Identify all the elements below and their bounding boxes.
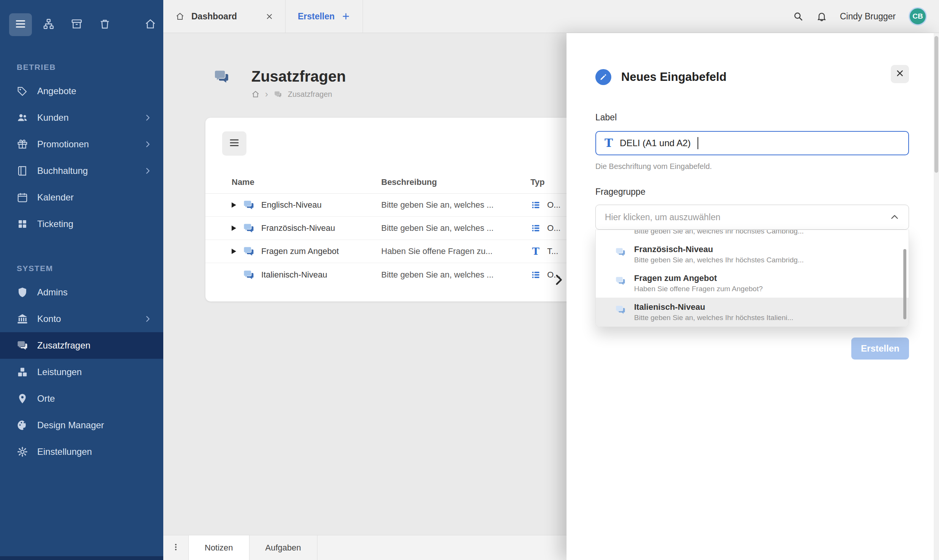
bottom-tab-aufgaben[interactable]: Aufgaben: [249, 535, 317, 560]
chat-icon: [273, 90, 282, 98]
sidebar-item-ticketing[interactable]: Ticketing: [0, 211, 163, 237]
avatar[interactable]: CB: [909, 7, 927, 25]
sitemap-button[interactable]: [37, 13, 60, 36]
expand-arrow-icon[interactable]: [232, 202, 236, 208]
table-menu-button[interactable]: [222, 131, 246, 156]
sidebar-item-label: Admins: [37, 287, 163, 298]
sidebar-item-label: Zusatzfragen: [37, 340, 163, 351]
sidebar-item-promotionen[interactable]: Promotionen: [0, 131, 163, 158]
home-icon: [175, 12, 185, 21]
list-icon: [530, 223, 541, 233]
scrollbar-thumb[interactable]: [934, 36, 938, 173]
bottom-tab-label: Notizen: [205, 543, 233, 553]
sidebar-item-orte[interactable]: Orte: [0, 385, 163, 412]
create-field-panel: Neues Eingabefeld Label T DELI (A1 und A…: [567, 33, 939, 560]
pin-icon: [17, 393, 28, 404]
chat-pencil-icon: [595, 69, 611, 85]
dropdown-scrollbar[interactable]: [903, 249, 906, 319]
sidebar-item-zusatzfragen[interactable]: Zusatzfragen: [0, 332, 163, 359]
sidebar-item-label: Angebote: [37, 86, 163, 96]
label-input-value: DELI (A1 und A2): [620, 138, 691, 148]
tab-dashboard[interactable]: Dashboard: [163, 0, 286, 33]
sidebar-item-label: Leistungen: [37, 367, 163, 377]
chat-icon: [17, 340, 28, 351]
dropdown-item[interactable]: Fragen zum Angebot Haben Sie offene Frag…: [596, 269, 909, 298]
row-name: Englisch-Niveau: [261, 200, 322, 210]
dropdown-item[interactable]: Italienisch-Niveau Bitte geben Sie an, w…: [596, 298, 909, 327]
user-name[interactable]: Cindy Brugger: [840, 11, 896, 22]
close-tab-icon[interactable]: [266, 13, 273, 20]
sidebar-item-kunden[interactable]: Kunden: [0, 104, 163, 131]
dropdown-item-subtitle: Bitte geben Sie an, welches Ihr höchstes…: [634, 230, 900, 238]
tag-icon: [17, 85, 28, 97]
plus-icon: [341, 12, 350, 21]
chat-icon: [614, 304, 627, 315]
topbar: Dashboard Erstellen Cindy Brugger CB: [163, 0, 939, 33]
sidebar-item-label: Ticketing: [37, 219, 163, 229]
row-type: O...: [547, 223, 560, 233]
row-description: Haben Sie offene Fragen zu...: [381, 246, 530, 256]
sidebar-item-admins[interactable]: Admins: [0, 279, 163, 306]
archive-button[interactable]: [65, 13, 88, 36]
sidebar-item-konto[interactable]: Konto: [0, 306, 163, 332]
hamburger-icon: [14, 18, 27, 32]
chat-icon: [242, 222, 255, 234]
expand-arrow-icon[interactable]: [232, 249, 236, 254]
search-icon[interactable]: [793, 11, 803, 22]
bottom-tab-notizen[interactable]: Notizen: [188, 535, 249, 560]
page-scrollbar[interactable]: [934, 33, 939, 560]
sidebar-item-label: Promotionen: [37, 139, 134, 150]
trash-button[interactable]: [93, 13, 116, 36]
trash-icon: [99, 18, 111, 32]
chat-icon: [242, 269, 255, 281]
dropdown-item[interactable]: Französisch-Niveau Bitte geben Sie an, w…: [596, 240, 909, 269]
chevron-right-icon: [144, 114, 152, 122]
sitemap-icon: [43, 18, 55, 32]
breadcrumb-current: Zusatzfragen: [288, 90, 332, 99]
sidebar-item-label: Konto: [37, 314, 134, 324]
erstellen-button[interactable]: Erstellen: [851, 338, 909, 360]
palette-icon: [17, 420, 28, 431]
chevron-right-icon: [144, 315, 152, 323]
tab-erstellen[interactable]: Erstellen: [286, 0, 363, 33]
sidebar-item-kalender[interactable]: Kalender: [0, 184, 163, 211]
topbar-right: Cindy Brugger CB: [793, 0, 939, 33]
close-panel-button[interactable]: [891, 65, 909, 83]
sidebar-item-label: Kunden: [37, 112, 134, 123]
home-button[interactable]: [139, 13, 162, 36]
sidebar-section-system: SYSTEM: [0, 264, 163, 273]
breadcrumb-separator: ›: [265, 90, 268, 99]
group-field-label: Fragegruppe: [595, 187, 909, 197]
sidebar-item-label: Kalender: [37, 192, 163, 203]
app-root: BETRIEB Angebote Kunden Promotionen Buch…: [0, 0, 939, 560]
sidebar-item-einstellungen[interactable]: Einstellungen: [0, 439, 163, 465]
bell-icon[interactable]: [816, 11, 827, 22]
select-placeholder: Hier klicken, um auszuwählen: [605, 212, 720, 222]
gift-icon: [17, 139, 28, 150]
text-type-icon: T: [604, 137, 613, 149]
hamburger-icon: [229, 137, 240, 150]
expand-arrow-icon[interactable]: [232, 226, 236, 231]
chevron-up-icon[interactable]: [890, 212, 900, 222]
dropdown-item-partial[interactable]: Bitte geben Sie an, welches Ihr höchstes…: [596, 230, 909, 240]
more-options-button[interactable]: [163, 535, 188, 560]
chevron-right-icon: [144, 140, 152, 148]
menu-button[interactable]: [9, 13, 32, 36]
sidebar-item-buchhaltung[interactable]: Buchhaltung: [0, 158, 163, 184]
chat-icon: [242, 199, 255, 211]
tab-label: Erstellen: [298, 11, 335, 22]
close-icon: [896, 69, 904, 79]
dropdown-item-subtitle: Haben Sie offene Fragen zum Angebot?: [634, 285, 763, 293]
column-header-name[interactable]: Name: [232, 177, 381, 187]
panel-collapse-button[interactable]: [550, 270, 568, 290]
row-name: Fragen zum Angebot: [261, 246, 339, 256]
home-icon[interactable]: [251, 90, 260, 98]
sidebar-item-leistungen[interactable]: Leistungen: [0, 359, 163, 385]
column-header-beschreibung[interactable]: Beschreibung: [381, 177, 530, 187]
gear-icon: [17, 446, 28, 457]
sidebar-item-angebote[interactable]: Angebote: [0, 78, 163, 104]
sidebar-item-design-manager[interactable]: Design Manager: [0, 412, 163, 439]
fragegruppe-select[interactable]: Hier klicken, um auszuwählen: [595, 205, 909, 230]
archive-icon: [71, 18, 83, 32]
label-input[interactable]: T DELI (A1 und A2): [595, 131, 909, 155]
